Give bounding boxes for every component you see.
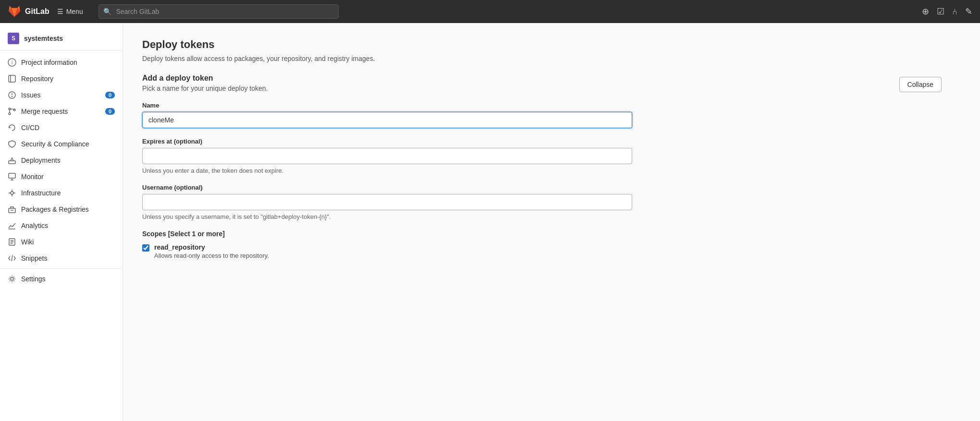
sidebar-item-snippets[interactable]: Snippets [0, 250, 122, 266]
cicd-icon [8, 123, 16, 132]
issues-badge: 0 [105, 92, 115, 98]
scope-read-repository-label: read_repository [154, 243, 269, 251]
sidebar-item-analytics[interactable]: Analytics [0, 217, 122, 234]
snippets-icon [8, 254, 16, 263]
expires-label: Expires at (optional) [142, 138, 961, 145]
svg-line-23 [12, 255, 12, 261]
expires-hint: Unless you enter a date, the token does … [142, 167, 961, 174]
scope-read-repository-checkbox[interactable] [142, 244, 149, 252]
sidebar-item-label: Analytics [21, 222, 115, 229]
search-input[interactable] [98, 4, 339, 19]
shield-icon [8, 140, 16, 148]
project-initial: S [12, 35, 15, 42]
sidebar-item-settings[interactable]: Settings [0, 271, 122, 287]
project-avatar: S [8, 33, 19, 44]
repo-icon [8, 74, 16, 83]
monitor-icon [8, 172, 16, 181]
merge-request-icon[interactable]: ⑃ [952, 7, 957, 17]
sidebar-item-label: Project information [21, 59, 115, 66]
scope-read-repository: read_repository Allows read-only access … [142, 243, 961, 259]
username-field-group: Username (optional) Unless you specify a… [142, 184, 961, 220]
hamburger-icon: ☰ [57, 8, 63, 15]
name-field-group: Name [142, 102, 961, 128]
deploy-icon [8, 156, 16, 165]
name-label: Name [142, 102, 961, 109]
sidebar-item-label: Infrastructure [21, 189, 115, 197]
project-name: systemtests [24, 35, 63, 42]
svg-point-24 [11, 277, 13, 280]
sidebar-item-label: Repository [21, 75, 115, 83]
section-title: Add a deploy token [142, 74, 961, 83]
sidebar-item-security-compliance[interactable]: Security & Compliance [0, 136, 122, 152]
sidebar-item-label: Settings [21, 275, 115, 283]
username-label: Username (optional) [142, 184, 961, 191]
gitlab-wordmark: GitLab [25, 7, 49, 16]
issues-icon [8, 91, 16, 99]
sidebar-item-project-information[interactable]: i Project information [0, 54, 122, 71]
svg-point-15 [11, 192, 13, 194]
sidebar-item-label: Issues [21, 91, 100, 99]
edit-icon[interactable]: ✎ [965, 6, 972, 17]
merge-requests-badge: 0 [105, 108, 115, 115]
expires-field-group: Expires at (optional) Unless you enter a… [142, 138, 961, 174]
expires-input[interactable] [142, 148, 632, 164]
global-search: 🔍 [98, 4, 339, 19]
sidebar: S systemtests i Project information Repo… [0, 23, 123, 421]
sidebar-item-label: Merge requests [21, 108, 100, 115]
sidebar-item-label: CI/CD [21, 124, 115, 132]
username-input[interactable] [142, 194, 632, 210]
menu-button[interactable]: ☰ Menu [57, 8, 83, 15]
sidebar-item-merge-requests[interactable]: Merge requests 0 [0, 103, 122, 120]
sidebar-item-label: Snippets [21, 254, 115, 262]
merge-icon [8, 107, 16, 116]
sidebar-item-label: Monitor [21, 173, 115, 180]
page-subtitle: Deploy tokens allow access to packages, … [142, 55, 961, 62]
wiki-icon [8, 238, 16, 246]
sidebar-item-deployments[interactable]: Deployments [0, 152, 122, 168]
create-icon[interactable]: ⊕ [922, 6, 929, 17]
svg-point-8 [9, 113, 11, 115]
menu-label: Menu [66, 8, 83, 15]
analytics-icon [8, 221, 16, 230]
topnav-actions: ⊕ ☑ ⑃ ✎ [922, 6, 972, 17]
sidebar-item-wiki[interactable]: Wiki [0, 234, 122, 250]
gitlab-logo[interactable]: GitLab [8, 5, 49, 18]
sidebar-item-packages-registries[interactable]: Packages & Registries [0, 201, 122, 217]
sidebar-item-label: Security & Compliance [21, 140, 115, 148]
scope-read-repository-desc: Allows read-only access to the repositor… [154, 252, 269, 259]
todo-icon[interactable]: ☑ [937, 6, 944, 17]
search-icon: 🔍 [103, 8, 111, 15]
name-input[interactable] [142, 112, 632, 128]
svg-rect-12 [9, 173, 15, 178]
packages-icon [8, 205, 16, 214]
sidebar-item-issues[interactable]: Issues 0 [0, 87, 122, 103]
section-subtitle: Pick a name for your unique deploy token… [142, 84, 961, 92]
sidebar-item-label: Wiki [21, 238, 115, 246]
scopes-label: Scopes [Select 1 or more] [142, 230, 961, 238]
svg-text:i: i [12, 60, 12, 65]
sidebar-item-label: Packages & Registries [21, 205, 115, 213]
gitlab-logo-icon [8, 5, 21, 18]
page-title: Deploy tokens [142, 38, 961, 51]
sidebar-project-header: S systemtests [0, 29, 122, 50]
content-wrapper: Collapse Deploy tokens Deploy tokens all… [142, 38, 961, 259]
svg-rect-2 [9, 75, 15, 82]
svg-point-6 [12, 96, 12, 97]
sidebar-item-monitor[interactable]: Monitor [0, 168, 122, 185]
sidebar-divider [0, 268, 122, 269]
sidebar-item-cicd[interactable]: CI/CD [0, 120, 122, 136]
sidebar-item-infrastructure[interactable]: Infrastructure [0, 185, 122, 201]
collapse-button[interactable]: Collapse [899, 77, 942, 92]
sidebar-item-label: Deployments [21, 156, 115, 164]
info-icon: i [8, 58, 16, 67]
svg-rect-11 [9, 161, 15, 164]
page-layout: S systemtests i Project information Repo… [0, 23, 980, 421]
main-content: Collapse Deploy tokens Deploy tokens all… [123, 23, 980, 421]
sidebar-item-repository[interactable]: Repository [0, 71, 122, 87]
settings-icon [8, 275, 16, 283]
scope-read-repository-info: read_repository Allows read-only access … [154, 243, 269, 259]
username-hint: Unless you specify a username, it is set… [142, 213, 961, 220]
top-navigation: GitLab ☰ Menu 🔍 ⊕ ☑ ⑃ ✎ [0, 0, 980, 23]
scopes-group: Scopes [Select 1 or more] read_repositor… [142, 230, 961, 259]
infra-icon [8, 189, 16, 197]
